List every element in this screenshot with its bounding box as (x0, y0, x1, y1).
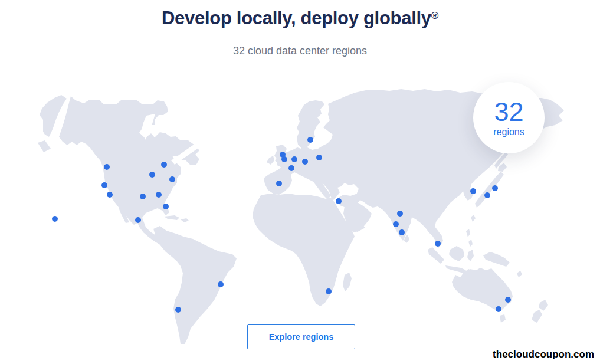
region-dot (397, 211, 403, 217)
landmass-alaska-tail (38, 140, 51, 152)
region-dot (281, 156, 287, 162)
page: Develop locally, deploy globally® 32 clo… (0, 0, 600, 364)
region-dot (276, 181, 282, 186)
region-dot (505, 297, 511, 303)
regions-count-label: regions (493, 127, 524, 137)
region-dot (163, 204, 169, 209)
region-dot (470, 188, 476, 194)
page-subtitle: 32 cloud data center regions (0, 45, 600, 57)
trademark-symbol: ® (431, 10, 438, 21)
region-dot (169, 176, 175, 182)
landmass-philippines-2 (468, 240, 473, 247)
landmass-australia (452, 268, 513, 311)
region-dot (326, 288, 332, 294)
landmass-tasmania (500, 314, 506, 323)
regions-count: 32 (494, 99, 523, 125)
page-title: Develop locally, deploy globally® (0, 8, 600, 29)
region-dot (52, 216, 58, 222)
region-dot (316, 155, 322, 160)
region-dot (140, 194, 146, 199)
landmass-new-guinea (483, 252, 510, 267)
region-dot (307, 137, 313, 143)
region-dot (399, 229, 405, 235)
region-dot (288, 165, 294, 171)
region-dot (107, 192, 113, 198)
landmass-madagascar (343, 273, 352, 291)
region-dot (393, 221, 399, 227)
region-dot (104, 164, 110, 170)
header: Develop locally, deploy globally® 32 clo… (0, 0, 600, 57)
landmass-java (445, 265, 466, 273)
regions-count-badge: 32 regions (473, 82, 545, 153)
region-dot (336, 198, 342, 204)
region-dot (161, 162, 167, 168)
region-dot (175, 307, 181, 313)
region-dot (156, 192, 162, 198)
watermark: thecloudcoupon.com (493, 349, 594, 360)
landmass-south-america (153, 226, 237, 344)
region-dot (492, 185, 498, 191)
landmass-borneo (449, 246, 464, 261)
explore-regions-button[interactable]: Explore regions (247, 324, 355, 349)
landmass-sulawesi (467, 250, 474, 261)
region-dot (484, 192, 490, 198)
landmass-taiwan (471, 215, 476, 222)
landmass-nz-north (539, 300, 548, 311)
region-dot (435, 241, 441, 247)
landmass-new-caledonia (517, 271, 522, 277)
region-dot (135, 217, 141, 223)
landmass-nz-south (532, 310, 542, 323)
landmass-japan-main (475, 172, 504, 208)
region-dot (149, 172, 155, 178)
landmass-cuba-1 (164, 215, 179, 220)
region-dot (302, 159, 308, 165)
region-dot (101, 182, 107, 188)
landmass-sumatra (428, 247, 444, 264)
landmass-cuba-2 (181, 218, 189, 222)
landmass-philippines-1 (466, 229, 470, 237)
region-dot (291, 156, 297, 162)
region-dot (496, 306, 501, 312)
region-dot (218, 281, 224, 287)
landmass-ireland (267, 156, 274, 165)
